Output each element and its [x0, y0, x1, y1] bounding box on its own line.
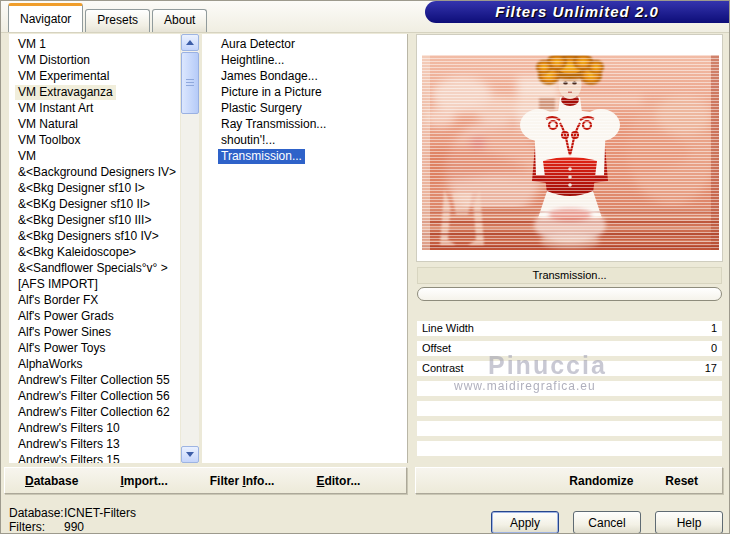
list-item-label: VM Extravaganza: [15, 85, 116, 100]
list-item[interactable]: [AFS IMPORT]: [15, 276, 180, 292]
list-item[interactable]: shoutin'!...: [218, 132, 407, 148]
list-item[interactable]: AlphaWorks: [15, 356, 180, 372]
list-item[interactable]: VM Toolbox: [15, 132, 180, 148]
list-item-label: &<Bkg Designers sf10 IV>: [15, 229, 162, 244]
grip-icon: [186, 79, 194, 87]
down-arrow-icon: [186, 452, 194, 457]
tab-presets[interactable]: Presets: [85, 9, 150, 32]
list-item-label: Picture in a Picture: [218, 85, 325, 100]
list-item-label: &<Bkg Designer sf10 I>: [15, 181, 148, 196]
list-item[interactable]: Picture in a Picture: [218, 84, 407, 100]
list-item-label: &<BKg Designer sf10 II>: [15, 197, 153, 212]
list-item[interactable]: Alf's Power Toys: [15, 340, 180, 356]
menu-import[interactable]: Import...: [120, 474, 167, 488]
scrollbar-thumb[interactable]: [181, 52, 199, 114]
list-item[interactable]: &<Bkg Designer sf10 I>: [15, 180, 180, 196]
menu-reset[interactable]: Reset: [665, 474, 698, 488]
list-item[interactable]: VM Experimental: [15, 68, 180, 84]
scroll-down-button[interactable]: [181, 446, 199, 463]
param-label: Line Width: [422, 321, 474, 336]
list-item[interactable]: Alf's Border FX: [15, 292, 180, 308]
tab-about[interactable]: About: [152, 9, 207, 32]
list-item-label: VM Experimental: [15, 69, 112, 84]
list-item-label: VM Instant Art: [15, 101, 96, 116]
list-item[interactable]: &<Bkg Designers sf10 IV>: [15, 228, 180, 244]
list-item-label: VM: [15, 149, 39, 164]
list-item[interactable]: Aura Detector: [218, 36, 407, 52]
list-item-label: &<Sandflower Specials°v° >: [15, 261, 171, 276]
list-item[interactable]: VM Instant Art: [15, 100, 180, 116]
param-value: 0: [711, 341, 717, 356]
list-item-label: James Bondage...: [218, 69, 321, 84]
list-item[interactable]: Andrew's Filter Collection 56: [15, 388, 180, 404]
window-title: Filters Unlimited 2.0: [495, 3, 659, 20]
list-item-label: Ray Transmission...: [218, 117, 329, 132]
tab-bar: NavigatorPresetsAbout: [8, 3, 209, 32]
list-item[interactable]: &<Bkg Kaleidoscope>: [15, 244, 180, 260]
list-item[interactable]: Andrew's Filters 15: [15, 452, 180, 463]
list-item[interactable]: VM: [15, 148, 180, 164]
list-item[interactable]: Andrew's Filter Collection 55: [15, 372, 180, 388]
list-item[interactable]: VM Natural: [15, 116, 180, 132]
category-list: VM 1VM DistortionVM ExperimentalVM Extra…: [9, 34, 180, 463]
list-item[interactable]: VM Extravaganza: [15, 84, 180, 100]
list-item[interactable]: Plastic Surgery: [218, 100, 407, 116]
list-item[interactable]: Ray Transmission...: [218, 116, 407, 132]
menu-bar-right: RandomizeReset: [415, 467, 723, 494]
list-item[interactable]: James Bondage...: [218, 68, 407, 84]
category-scrollbar[interactable]: [181, 34, 199, 463]
menu-editor[interactable]: Editor...: [316, 474, 360, 488]
list-item[interactable]: &<Sandflower Specials°v° >: [15, 260, 180, 276]
list-item-label: &<Bkg Designer sf10 III>: [15, 213, 154, 228]
help-button[interactable]: Help: [655, 511, 723, 534]
list-item-label: Aura Detector: [218, 37, 298, 52]
list-item[interactable]: VM 1: [15, 36, 180, 52]
list-item[interactable]: &<Background Designers IV>: [15, 164, 180, 180]
list-item-label: Alf's Power Sines: [15, 325, 114, 340]
list-item-label: AlphaWorks: [15, 357, 85, 372]
preview-panel: Transmission... Line Width1Offset0Contra…: [416, 34, 723, 463]
scroll-up-button[interactable]: [181, 34, 199, 51]
dialog-buttons: ApplyCancelHelp: [1, 511, 723, 534]
list-item-label: [AFS IMPORT]: [15, 277, 101, 292]
list-item-label: Alf's Border FX: [15, 293, 101, 308]
param-value: 1: [711, 321, 717, 336]
list-item-label: VM Distortion: [15, 53, 93, 68]
list-item-label: Andrew's Filters 13: [15, 437, 123, 452]
list-item[interactable]: &<Bkg Designer sf10 III>: [15, 212, 180, 228]
param-row-empty: [417, 441, 722, 456]
filter-list: Aura DetectorHeightline...James Bondage.…: [202, 34, 408, 463]
list-item[interactable]: Transmission...: [218, 148, 407, 164]
list-item-label: VM 1: [15, 37, 49, 52]
menu-filter-info[interactable]: Filter Info...: [210, 474, 275, 488]
list-item-label: shoutin'!...: [218, 133, 278, 148]
watermark-url: www.maidiregrafica.eu: [454, 379, 596, 393]
list-item[interactable]: Andrew's Filters 10: [15, 420, 180, 436]
list-item-label: Plastic Surgery: [218, 101, 305, 116]
list-item[interactable]: &<BKg Designer sf10 II>: [15, 196, 180, 212]
param-row-empty: [417, 401, 722, 416]
list-item[interactable]: VM Distortion: [15, 52, 180, 68]
watermark-title: Pinuccia: [488, 351, 607, 380]
tab-navigator[interactable]: Navigator: [8, 3, 83, 32]
param-row[interactable]: Line Width1: [417, 321, 722, 336]
menu-randomize[interactable]: Randomize: [569, 474, 633, 488]
list-item[interactable]: Andrew's Filters 13: [15, 436, 180, 452]
list-item[interactable]: Alf's Power Sines: [15, 324, 180, 340]
preview-image[interactable]: [422, 55, 719, 250]
filter-progress-slider[interactable]: [417, 287, 722, 301]
list-item-label: Alf's Power Toys: [15, 341, 108, 356]
title-banner: Filters Unlimited 2.0: [425, 1, 729, 23]
list-item-label: &<Bkg Kaleidoscope>: [15, 245, 139, 260]
list-item-label: Transmission...: [218, 149, 305, 164]
list-item-label: &<Background Designers IV>: [15, 165, 179, 180]
list-item[interactable]: Heightline...: [218, 52, 407, 68]
param-value: 17: [705, 361, 717, 376]
menu-database[interactable]: Database: [25, 474, 78, 488]
list-item-label: VM Natural: [15, 117, 81, 132]
apply-button[interactable]: Apply: [491, 511, 559, 534]
list-item-label: Heightline...: [218, 53, 287, 68]
cancel-button[interactable]: Cancel: [573, 511, 641, 534]
list-item[interactable]: Alf's Power Grads: [15, 308, 180, 324]
list-item[interactable]: Andrew's Filter Collection 62: [15, 404, 180, 420]
